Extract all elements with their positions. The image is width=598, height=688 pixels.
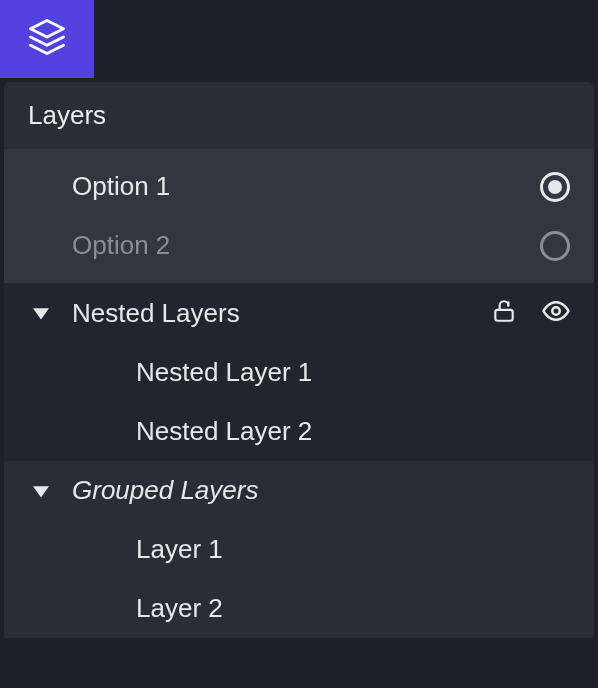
- option-row-1[interactable]: Option 1: [4, 157, 594, 216]
- svg-marker-0: [31, 21, 64, 38]
- svg-marker-5: [33, 486, 49, 497]
- panel-title: Layers: [4, 82, 594, 149]
- visibility-button[interactable]: [540, 297, 572, 329]
- option-row-2[interactable]: Option 2: [4, 216, 594, 275]
- radio-selected[interactable]: [540, 172, 570, 202]
- chevron-down-icon: [32, 304, 50, 322]
- option-label: Option 1: [72, 171, 170, 202]
- svg-rect-2: [495, 310, 512, 321]
- options-block: Option 1 Option 2: [4, 149, 594, 283]
- group-label: Nested Layers: [72, 298, 488, 329]
- eye-icon: [541, 296, 571, 330]
- layer-item-grouped-2[interactable]: Layer 2: [4, 579, 594, 638]
- panel-body: Option 1 Option 2 Nested Layers: [4, 149, 594, 638]
- radio-unselected[interactable]: [540, 231, 570, 261]
- group-row-nested-layers[interactable]: Nested Layers: [4, 283, 594, 343]
- svg-marker-1: [33, 308, 49, 319]
- group-actions: [488, 297, 572, 329]
- layer-label: Nested Layer 2: [136, 416, 312, 446]
- layer-label: Nested Layer 1: [136, 357, 312, 387]
- svg-point-4: [552, 307, 560, 315]
- layer-item-grouped-1[interactable]: Layer 1: [4, 520, 594, 579]
- layer-item-nested-1[interactable]: Nested Layer 1: [4, 343, 594, 402]
- layers-panel-button[interactable]: [0, 0, 94, 78]
- unlock-icon: [491, 298, 517, 328]
- chevron-down-icon: [32, 482, 50, 500]
- toolbar: [0, 0, 598, 82]
- layer-item-nested-2[interactable]: Nested Layer 2: [4, 402, 594, 461]
- layer-label: Layer 1: [136, 534, 223, 564]
- group-label: Grouped Layers: [72, 475, 572, 506]
- option-label: Option 2: [72, 230, 170, 261]
- layer-label: Layer 2: [136, 593, 223, 623]
- layers-icon: [25, 15, 69, 63]
- unlock-button[interactable]: [488, 297, 520, 329]
- group-row-grouped-layers[interactable]: Grouped Layers: [4, 461, 594, 520]
